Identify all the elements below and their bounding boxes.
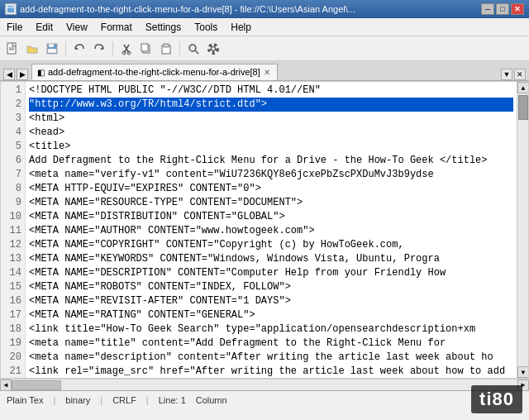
- cut-button[interactable]: [117, 40, 136, 58]
- copy-button[interactable]: [137, 40, 155, 58]
- status-bar: Plain Tex | binary | CRLF | Line: 1 Colu…: [0, 390, 529, 408]
- code-line[interactable]: <META NAME="ROBOTS" CONTENT="INDEX, FOLL…: [29, 280, 513, 294]
- code-line[interactable]: <meta name="verify-v1" content="WiU7236K…: [29, 168, 513, 182]
- tab-nav-buttons: ◀ ▶: [3, 69, 28, 80]
- tab-icon: ◧: [37, 68, 45, 77]
- code-line[interactable]: <META NAME="RATING" CONTENT="GENERAL">: [29, 308, 513, 322]
- settings-button[interactable]: [204, 40, 222, 58]
- status-position: Line: 1: [159, 395, 186, 405]
- save-button[interactable]: [43, 40, 61, 58]
- app-icon: [5, 3, 17, 15]
- h-scroll-track[interactable]: [12, 379, 517, 391]
- new-button[interactable]: [3, 40, 21, 58]
- svg-rect-0: [7, 5, 15, 13]
- menu-tools[interactable]: Tools: [188, 18, 224, 36]
- tab-right-controls: ▼ ✕: [501, 69, 526, 80]
- menu-help[interactable]: Help: [224, 18, 258, 36]
- code-line[interactable]: <META HTTP-EQUIV="EXPIRES" CONTENT="0">: [29, 182, 513, 196]
- toolbar-sep-3: [179, 41, 180, 56]
- paste-button[interactable]: [157, 40, 175, 58]
- code-line[interactable]: <META NAME="REVISIT-AFTER" CONTENT="1 DA…: [29, 294, 513, 308]
- code-line[interactable]: <meta name="title" content="Add Defragme…: [29, 336, 513, 351]
- toolbar: [0, 36, 529, 61]
- svg-point-21: [209, 45, 217, 53]
- svg-marker-9: [100, 46, 103, 50]
- menu-edit[interactable]: Edit: [29, 18, 60, 36]
- code-line[interactable]: <META NAME="RESOURCE-TYPE" CONTENT="DOCU…: [29, 196, 513, 210]
- maximize-button[interactable]: □: [496, 3, 509, 15]
- code-line[interactable]: <head>: [29, 126, 513, 140]
- minimize-button[interactable]: ─: [481, 3, 494, 15]
- code-line[interactable]: <meta name="description" content="After …: [29, 351, 513, 365]
- find-button[interactable]: [184, 40, 203, 58]
- scroll-track[interactable]: [517, 93, 528, 366]
- menu-bar: File Edit View Format Settings Tools Hel…: [0, 18, 529, 36]
- code-line[interactable]: Add Defragment to the Right-Click Menu f…: [29, 154, 513, 168]
- scroll-down-button[interactable]: ▼: [517, 366, 529, 378]
- svg-point-18: [189, 45, 196, 51]
- code-line[interactable]: <link rel="image_src" href="After writin…: [29, 365, 513, 378]
- tab-list-button[interactable]: ▼: [501, 69, 512, 80]
- status-column: Column: [196, 395, 227, 405]
- horizontal-scrollbar[interactable]: ◀ ▶: [0, 379, 529, 390]
- line-numbers: 12345678910111213141516171819202122: [1, 82, 26, 378]
- watermark: ti80: [471, 385, 522, 413]
- code-line[interactable]: <META NAME="DISTRIBUTION" CONTENT="GLOBA…: [29, 210, 513, 224]
- editor-container: 12345678910111213141516171819202122 <!DO…: [0, 81, 529, 390]
- status-encoding: binary: [65, 395, 90, 405]
- tab-prev-button[interactable]: ◀: [3, 69, 15, 80]
- window-controls: ─ □ ✕: [481, 3, 524, 15]
- svg-rect-15: [141, 44, 148, 51]
- code-line[interactable]: "http://www.w3.org/TR/html4/strict.dtd">: [29, 98, 513, 112]
- code-line[interactable]: <META NAME="COPYRIGHT" CONTENT="Copyrigh…: [29, 238, 513, 252]
- undo-button[interactable]: [70, 40, 88, 58]
- menu-format[interactable]: Format: [94, 18, 139, 36]
- code-line[interactable]: <META NAME="AUTHOR" CONTENT="www.howtoge…: [29, 224, 513, 238]
- svg-rect-7: [48, 49, 56, 53]
- open-button[interactable]: [23, 40, 41, 58]
- tab-label: add-defragment-to-the-right-click-menu-f…: [48, 67, 260, 77]
- title-bar: add-defragment-to-the-right-click-menu-f…: [0, 0, 529, 18]
- window-title: add-defragment-to-the-right-click-menu-f…: [20, 4, 355, 14]
- tab-next-button[interactable]: ▶: [17, 69, 28, 80]
- vertical-scrollbar[interactable]: ▲ ▼: [517, 82, 528, 378]
- code-editor[interactable]: 12345678910111213141516171819202122 <!DO…: [0, 81, 529, 379]
- h-scroll-thumb: [12, 380, 61, 390]
- tab-bar: ◀ ▶ ◧ add-defragment-to-the-right-click-…: [0, 61, 529, 81]
- svg-point-20: [212, 46, 216, 50]
- menu-file[interactable]: File: [0, 18, 29, 36]
- scroll-up-button[interactable]: ▲: [517, 82, 529, 93]
- code-line[interactable]: <link title="How-To Geek Search" type="a…: [29, 322, 513, 336]
- status-mode: Plain Tex: [7, 395, 43, 405]
- tab-close-all-button[interactable]: ✕: [514, 69, 526, 80]
- svg-rect-17: [164, 44, 169, 47]
- svg-rect-6: [49, 44, 54, 47]
- code-line[interactable]: <title>: [29, 140, 513, 154]
- status-lineending: CRLF: [112, 395, 136, 405]
- svg-marker-8: [75, 46, 79, 50]
- code-line[interactable]: <META NAME="DESCRIPTION" CONTENT="Comput…: [29, 266, 513, 280]
- redo-button[interactable]: [90, 40, 108, 58]
- menu-view[interactable]: View: [60, 18, 94, 36]
- code-line[interactable]: <!DOCTYPE HTML PUBLIC "-//W3C//DTD HTML …: [29, 84, 513, 98]
- code-line[interactable]: <html>: [29, 112, 513, 126]
- toolbar-sep-2: [112, 41, 113, 56]
- toolbar-sep-1: [65, 41, 66, 56]
- svg-line-19: [195, 50, 198, 54]
- close-button[interactable]: ✕: [511, 3, 524, 15]
- code-line[interactable]: <META NAME="KEYWORDS" CONTENT="Windows, …: [29, 252, 513, 266]
- scroll-left-button[interactable]: ◀: [0, 379, 12, 391]
- code-content[interactable]: <!DOCTYPE HTML PUBLIC "-//W3C//DTD HTML …: [26, 82, 517, 378]
- active-tab[interactable]: ◧ add-defragment-to-the-right-click-menu…: [31, 64, 278, 80]
- tab-close-button[interactable]: ✕: [264, 68, 270, 77]
- menu-settings[interactable]: Settings: [139, 18, 188, 36]
